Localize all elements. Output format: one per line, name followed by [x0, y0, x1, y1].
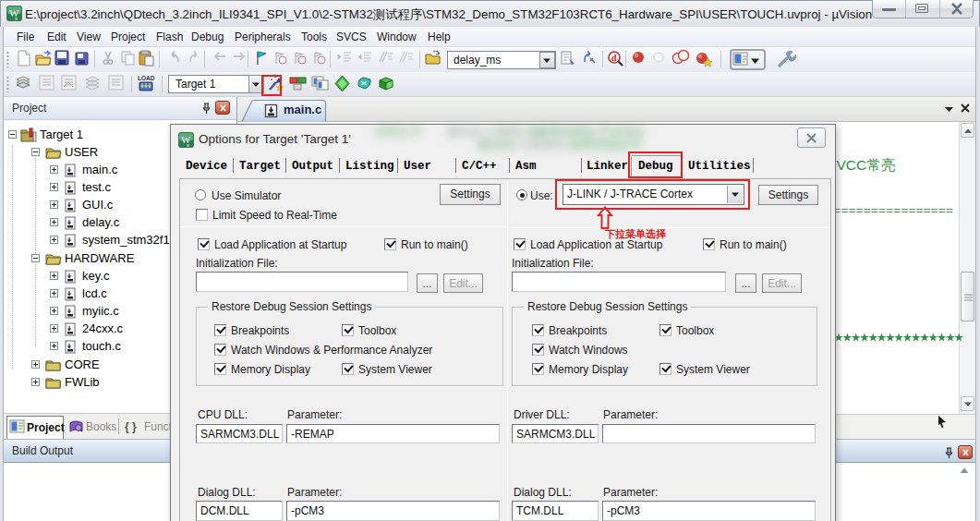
svg-text:s: s — [187, 141, 189, 149]
svg-text:s: s — [15, 15, 18, 22]
svg-text:LOAD: LOAD — [138, 75, 155, 81]
svg-text:d: d — [611, 53, 617, 63]
